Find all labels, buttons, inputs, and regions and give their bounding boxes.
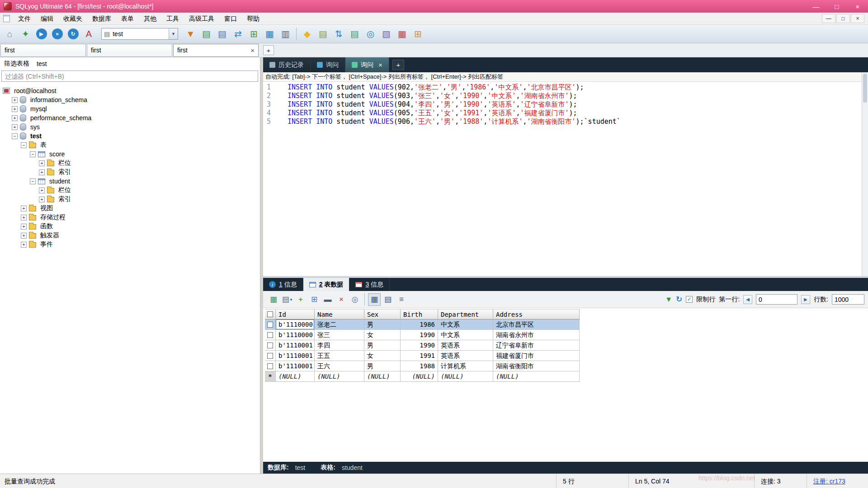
restore-database-button[interactable]: ▤ [347,27,362,42]
tree-item-函数[interactable]: +函数 [0,222,260,231]
export-data-button[interactable]: ▤▾ [281,293,293,306]
menu-item-3[interactable]: 收藏夹 [58,13,87,24]
menu-item-7[interactable]: 工具 [161,13,184,24]
tree-item-test[interactable]: −test [0,131,260,141]
expand-plus-icon[interactable]: + [12,106,18,112]
tree-item-表[interactable]: −表 [0,141,260,150]
limit-rows-checkbox[interactable]: ✓ [686,296,693,303]
row-checkbox[interactable] [265,340,276,351]
tree-item-sys[interactable]: +sys [0,122,260,131]
cell-department[interactable]: 英语系 [438,340,493,351]
menu-item-5[interactable]: 表单 [116,13,139,24]
cell-name[interactable]: (NULL) [315,371,364,382]
cell-department[interactable]: 英语系 [438,351,493,361]
table-row-3[interactable]: b'1110001李四男1990英语系辽宁省阜新市 [265,340,580,351]
filter-data-icon[interactable]: ▼ [665,296,672,304]
tree-item-performance_schema[interactable]: +performance_schema [0,113,260,122]
close-tab-icon[interactable]: × [250,47,255,54]
file-tab-2[interactable]: first [87,44,172,57]
cell-id[interactable]: (NULL) [276,371,315,382]
filter-input[interactable] [1,70,258,82]
tree-item-触发器[interactable]: +触发器 [0,231,260,240]
tree-item-root@localhost[interactable]: root@localhost [0,86,260,95]
cell-sex[interactable]: 男 [364,361,401,371]
cell-id[interactable]: b'1110000 [276,319,315,330]
cell-address[interactable]: 湖南省永州市 [493,330,580,340]
table-structure-button[interactable]: ▥ [278,27,293,42]
duplicate-row-button[interactable]: ⊞ [308,293,321,306]
expand-plus-icon[interactable]: + [39,169,45,175]
collapse-minus-icon[interactable]: − [21,142,27,148]
tree-item-索引[interactable]: +索引 [0,195,260,204]
checkbox-icon[interactable] [267,311,273,317]
cell-department[interactable]: 中文系 [438,319,493,330]
copy-database-button[interactable]: ▤ [199,27,214,42]
cell-department[interactable]: 计算机系 [438,361,493,371]
import-table-button[interactable]: ⊞ [246,27,261,42]
cell-department[interactable]: 中文系 [438,330,493,340]
scheduler-button[interactable]: ▦ [395,27,410,42]
column-header-name[interactable]: Name [315,309,364,319]
result-tab-2[interactable]: 2 表数据 [303,278,350,291]
table-row-1[interactable]: b'1110000张老二男1986中文系北京市昌平区 [265,319,580,330]
cell-id[interactable]: b'1110000 [276,330,315,340]
collapse-minus-icon[interactable]: − [30,178,36,184]
mdi-close-button[interactable]: × [851,14,864,23]
find-in-grid-button[interactable]: ◎ [349,293,361,306]
result-tab-3[interactable]: 3 信息 [349,278,390,291]
checkbox-icon[interactable] [267,343,273,348]
tree-item-information_schema[interactable]: +information_schema [0,95,260,104]
autocomplete-button[interactable]: A [81,27,96,42]
cell-birth[interactable]: 1991 [401,351,438,361]
maximize-button[interactable]: □ [826,0,847,13]
register-link[interactable]: 注册: cr173 [807,474,865,488]
expand-plus-icon[interactable]: + [12,115,18,121]
cell-name[interactable]: 王五 [315,351,364,361]
cell-name[interactable]: 张老二 [315,319,364,330]
tree-item-mysql[interactable]: +mysql [0,104,260,113]
select-all-checkbox[interactable] [265,309,276,319]
collapse-minus-icon[interactable]: − [12,133,18,139]
row-checkbox[interactable] [265,361,276,371]
checkbox-icon[interactable] [267,363,273,369]
expand-plus-icon[interactable]: + [39,160,45,166]
schema-designer-button[interactable]: ⊞ [410,27,425,42]
cell-sex[interactable]: 男 [364,340,401,351]
backup-database-button[interactable]: ▤ [316,27,330,42]
expand-plus-icon[interactable]: + [21,233,27,239]
new-row-marker[interactable]: * [265,371,276,382]
new-tab-button[interactable]: + [263,45,274,55]
expand-plus-icon[interactable]: + [21,224,27,230]
cell-address[interactable]: 湖南省衡阳市 [493,361,580,371]
table-row-2[interactable]: b'1110000张三女1990中文系湖南省永州市 [265,330,580,340]
prev-rows-button[interactable]: ◀ [743,295,752,304]
table-row-5[interactable]: b'1110001王六男1988计算机系湖南省衡阳市 [265,361,580,371]
form-view-button[interactable]: ▤ [382,293,394,306]
cell-birth[interactable]: 1990 [401,330,438,340]
expand-plus-icon[interactable]: + [21,215,27,221]
file-tab-1[interactable]: first [0,44,86,57]
file-tab-3[interactable]: first× [173,44,259,57]
notification-services-button[interactable]: ▧ [379,27,394,42]
column-header-department[interactable]: Department [438,309,493,319]
cell-address[interactable]: (NULL) [493,371,580,382]
sync-database-button[interactable]: ⇄ [231,27,245,42]
text-view-button[interactable]: ≡ [395,293,408,306]
table-data-button[interactable]: ▦ [262,27,277,42]
connection-manager-button[interactable]: ⌂ [2,27,17,42]
query-tab-1[interactable]: 历史记录 [263,57,311,72]
tree-item-视图[interactable]: +视图 [0,204,260,213]
new-query-tab-button[interactable]: + [392,60,404,70]
new-connection-button[interactable]: ✦ [18,27,33,42]
tree-item-student[interactable]: −student [0,177,260,186]
add-row-button[interactable]: + [294,293,307,306]
expand-plus-icon[interactable]: + [12,97,18,103]
cell-name[interactable]: 张三 [315,330,364,340]
next-rows-button[interactable]: ▶ [801,295,810,304]
cell-id[interactable]: b'1110001 [276,361,315,371]
copy-to-host-button[interactable]: ▤ [215,27,230,42]
expand-plus-icon[interactable]: + [21,206,27,211]
tree-item-存储过程[interactable]: +存储过程 [0,213,260,222]
refresh-button[interactable]: ↻ [66,27,80,42]
chevron-down-icon[interactable]: ▾ [290,297,292,302]
